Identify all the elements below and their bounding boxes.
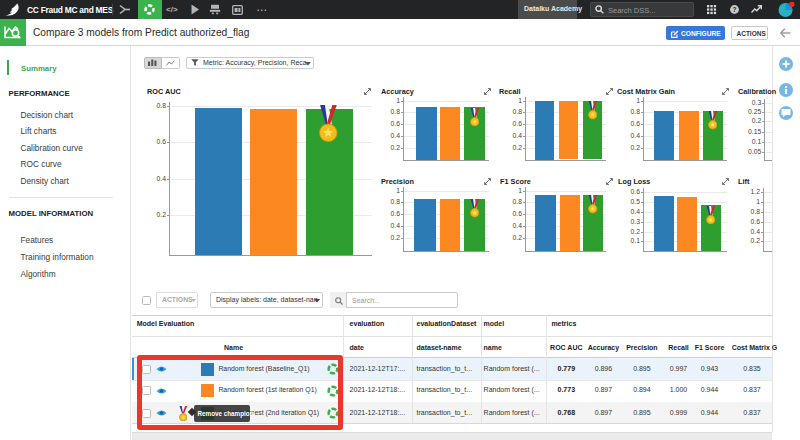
svg-text:?: ? xyxy=(733,6,737,13)
